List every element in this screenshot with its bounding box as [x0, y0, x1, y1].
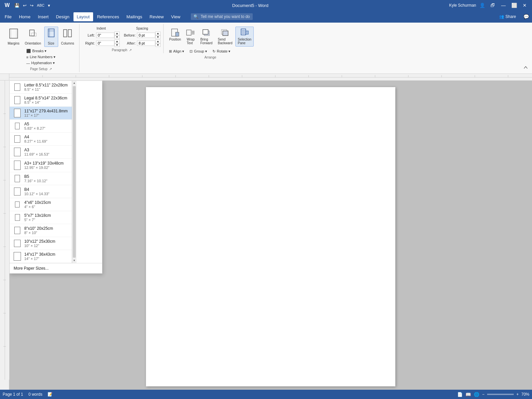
margins-icon: [9, 28, 18, 41]
indent-left-up[interactable]: ▲: [114, 32, 120, 35]
size-item-text: Letter 8.5"x11" 22x28cm8.5" × 11": [24, 83, 68, 91]
size-item[interactable]: A55.83" × 8.27": [10, 120, 72, 133]
size-item-dims: 14" × 17": [24, 257, 55, 261]
maximize-button[interactable]: ⬜: [509, 1, 519, 10]
svg-rect-12: [187, 30, 191, 35]
size-item[interactable]: A311.69" × 16.53": [10, 146, 72, 159]
menu-mailings[interactable]: Mailings: [123, 12, 146, 21]
dropdown-scrollbar[interactable]: ▲ ▼: [72, 81, 76, 263]
size-item[interactable]: Letter 8.5"x11" 22x28cm8.5" × 11": [10, 81, 72, 94]
orientation-button[interactable]: Orientation: [23, 27, 44, 47]
window-mode-button[interactable]: 🗗: [488, 1, 497, 10]
doc-wrapper: Letter 8.5"x11" 22x28cm8.5" × 11"Legal 8…: [0, 80, 532, 393]
comments-button[interactable]: 💬: [521, 12, 531, 21]
breaks-button[interactable]: ⬛ Breaks ▾: [24, 48, 58, 54]
size-item[interactable]: 14"x17" 36x43cm14" × 17": [10, 250, 72, 263]
spacing-before-up[interactable]: ▲: [155, 32, 161, 35]
spacing-after-down[interactable]: ▼: [155, 43, 161, 47]
undo-button[interactable]: ↩: [22, 2, 28, 9]
word-app-icon[interactable]: W: [3, 2, 12, 8]
more-paper-sizes-button[interactable]: More Paper Sizes...: [10, 263, 102, 273]
position-button[interactable]: Position: [167, 27, 184, 43]
menu-file[interactable]: File: [1, 12, 15, 21]
margins-label: Margins: [8, 42, 20, 45]
more-qa-button[interactable]: ▾: [47, 2, 52, 9]
scroll-thumb[interactable]: [73, 86, 76, 258]
expand-paragraph-icon[interactable]: ↗: [129, 48, 132, 52]
menu-view[interactable]: View: [168, 12, 184, 21]
wraptext-button[interactable]: WrapText: [184, 27, 197, 47]
indent-left-input[interactable]: [96, 33, 114, 38]
share-button[interactable]: 👥 Share: [496, 12, 519, 21]
orientation-label: Orientation: [25, 42, 41, 45]
line-numbers-button[interactable]: ≡ Line Numbers ▾: [24, 54, 58, 60]
size-item-text: B410.12" × 14.33": [24, 187, 49, 196]
scroll-up-button[interactable]: ▲: [72, 81, 76, 85]
size-button[interactable]: Size: [44, 27, 58, 47]
size-item-text: B57.16" × 10.12": [24, 174, 47, 183]
size-item[interactable]: B57.16" × 10.12": [10, 172, 72, 185]
menu-insert[interactable]: Insert: [35, 12, 52, 21]
web-view-button[interactable]: 🌐: [474, 392, 479, 397]
indent-left-input-group: ▲ ▼: [96, 32, 120, 39]
size-item[interactable]: 10"x12" 25x30cm10" × 12": [10, 237, 72, 250]
size-item[interactable]: Legal 8.5"x14" 22x36cm8.5" × 14": [10, 94, 72, 107]
menu-review[interactable]: Review: [146, 12, 167, 21]
sendbackward-button[interactable]: SendBackward: [215, 27, 235, 47]
save-button[interactable]: 💾: [13, 2, 21, 9]
indent-right-up[interactable]: ▲: [114, 40, 120, 43]
selectionpane-button[interactable]: SelectionPane: [235, 27, 254, 47]
read-view-button[interactable]: 📖: [466, 392, 471, 397]
indent-left-down[interactable]: ▼: [114, 35, 120, 39]
redo-button[interactable]: ↪: [29, 2, 35, 9]
minimize-button[interactable]: —: [499, 1, 508, 10]
group-button[interactable]: ⊡ Group ▾: [188, 49, 209, 54]
profile-icon[interactable]: 👤: [477, 1, 487, 10]
scroll-down-button[interactable]: ▼: [72, 258, 76, 263]
menu-home[interactable]: Home: [16, 12, 34, 21]
indent-right-down[interactable]: ▼: [114, 43, 120, 47]
zoom-slider[interactable]: [487, 394, 514, 395]
spelling-button[interactable]: ABC: [36, 3, 46, 8]
indent-right-input[interactable]: [96, 41, 114, 46]
zoom-in-button[interactable]: +: [516, 392, 519, 397]
spacing-after-input[interactable]: [137, 41, 155, 46]
spacing-after-up[interactable]: ▲: [155, 40, 161, 43]
doc-page[interactable]: [146, 87, 395, 386]
zoom-out-button[interactable]: −: [482, 392, 484, 397]
spacing-before-input[interactable]: [137, 33, 155, 38]
margins-button[interactable]: Margins: [5, 27, 22, 47]
proofing-icon[interactable]: 📝: [48, 392, 53, 397]
menu-references[interactable]: References: [94, 12, 122, 21]
rotate-button[interactable]: ↻ Rotate ▾: [210, 49, 232, 54]
size-item-text: 10"x12" 25x30cm10" × 12": [24, 239, 55, 248]
doc-area[interactable]: Letter 8.5"x11" 22x28cm8.5" × 11"Legal 8…: [9, 80, 532, 393]
size-item[interactable]: A48.27" × 11.69": [10, 133, 72, 146]
close-button[interactable]: ✕: [520, 1, 529, 10]
search-box[interactable]: 🔍 Tell me what you want to do: [191, 13, 252, 20]
position-icon: [171, 28, 180, 38]
size-item-name: A3: [24, 148, 49, 152]
menu-design[interactable]: Design: [53, 12, 72, 21]
size-item[interactable]: 11"x17" 279.4x431.8mm11" × 17": [10, 107, 72, 120]
size-item[interactable]: 8"x10" 20x25cm8" × 10": [10, 224, 72, 237]
hyphenation-button[interactable]: — Hyphenation ▾: [24, 60, 58, 66]
indent-left-label: Left:: [83, 33, 95, 37]
collapse-ribbon-button[interactable]: [522, 64, 529, 72]
size-item[interactable]: B410.12" × 14.33": [10, 185, 72, 198]
size-item[interactable]: A3+ 13"x19" 33x48cm12.95" × 19.02": [10, 159, 72, 172]
dropdown-content: Letter 8.5"x11" 22x28cm8.5" × 11"Legal 8…: [10, 81, 102, 263]
columns-button[interactable]: Columns: [59, 27, 76, 47]
page-info: Page 1 of 1: [3, 392, 23, 397]
align-button[interactable]: ⊞ Align ▾: [167, 49, 187, 54]
size-item[interactable]: 5"x7" 13x18cm5" × 7": [10, 211, 72, 224]
ribbon: Margins Orientation: [0, 23, 532, 74]
bringforward-button[interactable]: BringForward: [198, 27, 215, 47]
expand-pagesetup-icon[interactable]: ↗: [49, 67, 52, 71]
layout-view-button[interactable]: 📄: [457, 392, 463, 397]
size-item[interactable]: 4"x6" 10x15cm4" × 6": [10, 198, 72, 211]
size-item-icon: [14, 240, 21, 247]
spacing-before-down[interactable]: ▼: [155, 35, 161, 39]
user-name: Kyle Schurman: [449, 3, 476, 8]
menu-layout[interactable]: Layout: [73, 12, 93, 21]
